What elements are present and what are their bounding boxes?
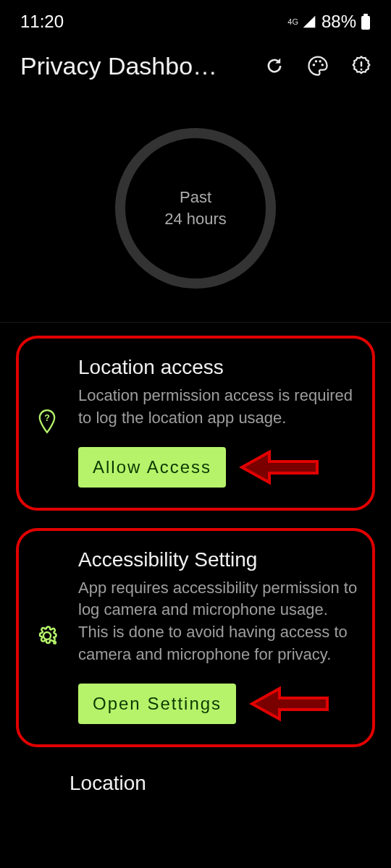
card-title: Location access: [78, 356, 358, 379]
location-section-heading: Location: [0, 747, 391, 795]
svg-point-3: [315, 60, 318, 63]
svg-text:?: ?: [44, 413, 50, 423]
card-icon-col: [29, 548, 65, 724]
signal-icon: [301, 14, 317, 29]
usage-ring: Past 24 hours: [115, 128, 276, 289]
status-right: 4G 88%: [287, 12, 371, 32]
palette-icon: [307, 55, 329, 77]
network-label: 4G: [287, 18, 298, 26]
card-icon-col: ?: [29, 356, 65, 488]
location-pin-icon: ?: [37, 409, 57, 434]
card-description: Location permission access is required t…: [78, 385, 358, 430]
svg-rect-6: [361, 61, 363, 67]
annotation-arrow-icon: [239, 449, 319, 485]
refresh-icon: [264, 56, 285, 76]
allow-access-button[interactable]: Allow Access: [78, 447, 226, 488]
theme-button[interactable]: [303, 51, 333, 81]
open-settings-button[interactable]: Open Settings: [78, 684, 236, 724]
card-button-row: Allow Access: [78, 447, 358, 488]
card-title: Accessibility Setting: [78, 548, 358, 571]
permission-cards: ? Location access Location permission ac…: [0, 323, 391, 747]
ring-label-2: 24 hours: [164, 208, 227, 230]
svg-point-7: [361, 69, 363, 71]
usage-chart-area: Past 24 hours: [0, 94, 391, 323]
annotation-arrow-icon: [249, 686, 329, 722]
accessibility-setting-card: Accessibility Setting App requires acces…: [16, 528, 375, 747]
svg-rect-1: [363, 14, 368, 16]
ring-label-1: Past: [180, 187, 211, 208]
title-bar: Privacy Dashbo…: [0, 38, 391, 94]
svg-point-5: [321, 64, 324, 67]
battery-percent: 88%: [321, 12, 356, 32]
card-button-row: Open Settings: [78, 684, 358, 724]
svg-rect-0: [361, 16, 370, 30]
card-body: Location access Location permission acce…: [78, 356, 358, 488]
alert-badge-icon: [350, 55, 372, 77]
battery-icon: [361, 14, 371, 30]
card-body: Accessibility Setting App requires acces…: [78, 548, 358, 724]
status-bar: 11:20 4G 88%: [0, 0, 391, 38]
clock: 11:20: [20, 12, 64, 32]
gear-icon: [36, 625, 58, 647]
card-description: App requires accessibility permission to…: [78, 577, 358, 666]
location-access-card: ? Location access Location permission ac…: [16, 336, 375, 511]
page-title: Privacy Dashbo…: [20, 52, 246, 80]
svg-point-2: [313, 64, 316, 67]
alert-badge-button[interactable]: [346, 51, 377, 81]
refresh-button[interactable]: [259, 51, 290, 81]
svg-point-4: [319, 60, 321, 63]
